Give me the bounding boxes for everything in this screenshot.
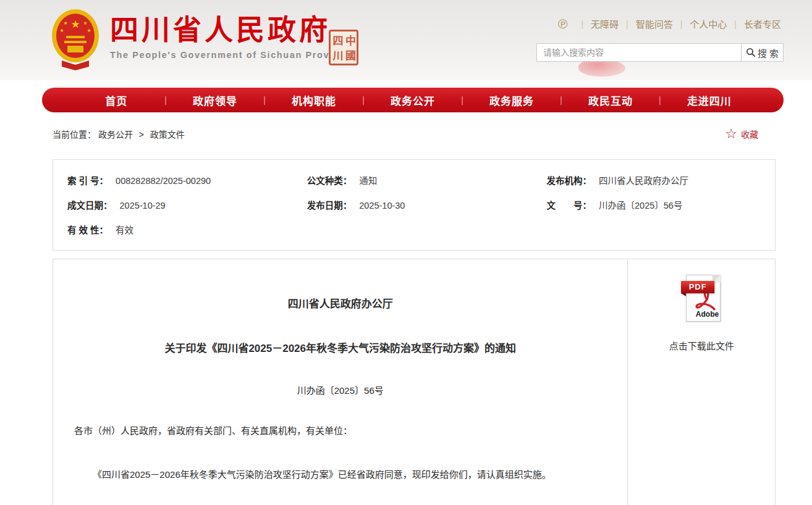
adobe-label: Adobe [696,310,719,319]
nav-item-home[interactable]: 首页 [68,93,164,108]
favorite-label: 收藏 [741,128,758,140]
favorite-button[interactable]: ☆ 收藏 [725,127,776,141]
meta-label: 发布机构： [547,169,592,193]
nav-item-public-interaction[interactable]: 政民互动 [562,93,659,108]
meta-index-number: 索 引 号： 008282882/2025-00290 [53,169,293,193]
utility-links: ℗ | 无障碍 | 智能问答 | 个人中心 | 长者专区 [558,17,781,30]
seal-char: 四 [330,35,342,46]
link-divider: | [581,19,583,29]
link-personal-center[interactable]: 个人中心 [690,17,727,30]
search-icon [746,48,756,57]
meta-document-type: 公文种类： 通知 [293,169,533,193]
breadcrumb-link-gov-affairs[interactable]: 政务公开 [98,130,133,140]
national-emblem-icon: ★ ★ ★ ★ ★ [51,9,100,70]
link-divider: | [734,19,737,29]
site-subtitle: The People's Government of Sichuan Provi… [110,50,352,60]
link-accessibility[interactable]: 无障碍 [591,17,619,30]
document-issuer-heading: 四川省人民政府办公厅 [74,295,606,311]
nav-item-government-leaders[interactable]: 政府领导 [167,93,263,108]
meta-publish-date: 发布日期： 2025-10-30 [293,193,533,218]
pdf-file-icon: Adobe PDF [681,275,722,323]
main-navigation-wrap: 首页 | 政府领导 | 机构职能 | 政务公开 | 政务服务 | 政民互动 | … [0,80,812,112]
meta-value: 通知 [359,169,377,193]
meta-issuing-agency: 发布机构： 四川省人民政府办公厅 [533,169,775,193]
search-bar: 搜 索 [536,43,784,62]
document-title: 关于印发《四川省2025－2026年秋冬季大气污染防治攻坚行动方案》的通知 [74,340,606,355]
meta-value: 2025-10-30 [359,193,405,218]
meta-document-number: 文 号： 川办函〔2025〕56号 [533,193,775,218]
breadcrumb-link-policy-documents[interactable]: 政策文件 [150,130,185,140]
pdf-badge: PDF [681,281,714,293]
site-title-block: 四川省人民政府 The People's Government of Sichu… [110,15,352,60]
breadcrumb-separator: > [139,130,144,140]
svg-text:★: ★ [87,28,91,33]
main-navigation: 首页 | 政府领导 | 机构职能 | 政务公开 | 政务服务 | 政民互动 | … [42,88,784,112]
link-divider: | [680,19,683,29]
accessibility-voice-icon[interactable]: ℗ [558,17,567,30]
decorative-graphic [578,59,625,77]
breadcrumb-row: 当前位置： 政务公开 > 政策文件 ☆ 收藏 [53,127,776,141]
document-meta-box: 索 引 号： 008282882/2025-00290 公文种类： 通知 发布机… [53,159,776,251]
sichuan-seal-stamp: 中 四 國 川 [329,30,358,65]
seal-char: 中 [343,35,355,46]
nav-item-government-affairs[interactable]: 政务公开 [365,93,461,108]
nav-item-about-sichuan[interactable]: 走进四川 [661,93,758,108]
meta-label: 成文日期： [67,193,112,218]
breadcrumb-prefix: 当前位置： [53,130,96,140]
star-icon: ☆ [725,127,737,141]
meta-grid: 索 引 号： 008282882/2025-00290 公文种类： 通知 发布机… [53,169,775,243]
meta-written-date: 成文日期： 2025-10-29 [53,193,293,218]
document-body: 四川省人民政府办公厅 关于印发《四川省2025－2026年秋冬季大气污染防治攻坚… [53,259,627,505]
seal-char: 國 [343,50,355,61]
meta-value: 川办函〔2025〕56号 [599,193,682,218]
meta-label: 发布日期： [307,193,352,218]
site-title: 四川省人民政府 [110,15,352,46]
meta-value: 四川省人民政府办公厅 [599,169,688,193]
document-number-line: 川办函〔2025〕56号 [74,383,606,396]
nav-item-institutional-functions[interactable]: 机构职能 [266,93,362,108]
link-divider: | [626,19,628,29]
search-input[interactable] [536,43,742,62]
seal-char: 川 [330,50,342,61]
search-button-label: 搜 索 [758,46,779,59]
document-content-box: 四川省人民政府办公厅 关于印发《四川省2025－2026年秋冬季大气污染防治攻坚… [53,259,776,505]
link-senior-zone[interactable]: 长者专区 [744,17,781,30]
meta-value: 2025-10-29 [120,193,166,218]
svg-text:★: ★ [83,20,87,26]
document-paragraph: 《四川省2025－2026年秋冬季大气污染防治攻坚行动方案》已经省政府同意，现印… [74,467,606,482]
attachment-sidebar: Adobe PDF 点击下载此文件 [627,259,775,505]
search-button[interactable]: 搜 索 [742,43,784,62]
meta-value: 有效 [116,218,133,243]
download-file-label[interactable]: 点击下载此文件 [669,339,734,352]
svg-text:★: ★ [59,28,64,33]
svg-text:★: ★ [70,19,80,30]
meta-label: 有 效 性： [67,218,108,243]
document-salutation: 各市（州）人民政府，省政府有关部门、有关直属机构，有关单位： [74,424,606,436]
meta-value: 008282882/2025-00290 [116,169,211,193]
pdf-download-link[interactable]: Adobe PDF 点击下载此文件 [669,275,734,352]
breadcrumb: 当前位置： 政务公开 > 政策文件 [53,128,185,140]
site-header: ★ ★ ★ ★ ★ 四川省人民政府 The People's Governmen… [0,0,812,80]
meta-label: 文 号： [547,193,592,218]
nav-item-government-services[interactable]: 政务服务 [463,93,560,108]
meta-label: 索 引 号： [67,169,108,193]
meta-validity: 有 效 性： 有效 [53,218,293,243]
svg-text:★: ★ [63,20,67,26]
meta-label: 公文种类： [307,169,352,193]
link-smart-qa[interactable]: 智能问答 [636,17,673,30]
